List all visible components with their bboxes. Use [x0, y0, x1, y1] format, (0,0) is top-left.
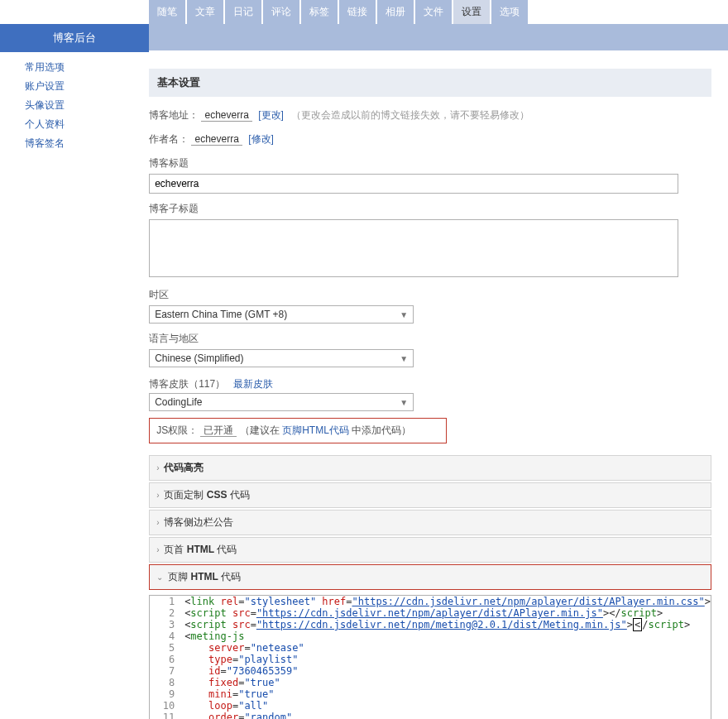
- code-line[interactable]: 9 mini="true": [150, 688, 711, 700]
- sidebar: 常用选项账户设置头像设置个人资料博客签名: [0, 52, 132, 719]
- accordion-item[interactable]: ⌄页脚 HTML 代码: [149, 564, 711, 590]
- code-text: mini="true": [181, 688, 711, 700]
- chevron-right-icon: ›: [156, 491, 159, 500]
- sidebar-link[interactable]: 账户设置: [25, 79, 132, 93]
- author-change-link[interactable]: [修改]: [248, 133, 274, 145]
- code-text: type="playlist": [181, 654, 711, 665]
- blog-subtitle-input[interactable]: [149, 219, 678, 277]
- top-tab[interactable]: 标签: [301, 0, 338, 24]
- code-text: order="random": [181, 712, 711, 719]
- chevron-down-icon: ▼: [400, 398, 408, 407]
- language-label: 语言与地区: [149, 332, 711, 346]
- line-number: 9: [150, 688, 181, 700]
- language-value: Chinese (Simplified): [155, 352, 243, 364]
- js-hint-a: （建议在: [240, 424, 280, 436]
- code-text: id="7360465359": [181, 665, 711, 677]
- chevron-right-icon: ›: [156, 545, 159, 554]
- code-line[interactable]: 1<link rel="stylesheet" href="https://cd…: [150, 596, 711, 607]
- line-number: 11: [150, 712, 181, 719]
- chevron-down-icon: ▼: [400, 310, 408, 319]
- accordion-item[interactable]: ›博客侧边栏公告: [149, 510, 711, 535]
- code-text: <meting-js: [181, 630, 711, 642]
- js-permission-label: JS权限：: [156, 424, 198, 436]
- author-label: 作者名：: [149, 133, 189, 145]
- code-line[interactable]: 6 type="playlist": [150, 654, 711, 665]
- section-title-basic: 基本设置: [149, 69, 711, 97]
- skin-label: 博客皮肤（117）: [149, 378, 225, 390]
- code-text: <script src="https://cdn.jsdelivr.net/np…: [181, 619, 711, 630]
- top-tab[interactable]: 随笔: [149, 0, 185, 24]
- line-number: 10: [150, 700, 181, 712]
- code-line[interactable]: 7 id="7360465359": [150, 665, 711, 677]
- line-number: 6: [150, 654, 181, 665]
- top-nav-bar: 随笔文章日记评论标签链接相册文件设置选项: [0, 0, 728, 24]
- top-tab[interactable]: 日记: [225, 0, 261, 24]
- code-line[interactable]: 3<script src="https://cdn.jsdelivr.net/n…: [150, 619, 711, 630]
- line-number: 8: [150, 677, 181, 688]
- top-tab[interactable]: 文章: [187, 0, 223, 24]
- top-tab[interactable]: 设置: [453, 0, 490, 24]
- tab-strip-bg: [149, 24, 728, 50]
- blog-address-change-link[interactable]: [更改]: [258, 109, 284, 121]
- top-tab[interactable]: 相册: [377, 0, 414, 24]
- sidebar-link[interactable]: 头像设置: [25, 98, 132, 113]
- code-text: server="netease": [181, 642, 711, 654]
- top-tab[interactable]: 链接: [339, 0, 376, 24]
- code-line[interactable]: 2<script src="https://cdn.jsdelivr.net/n…: [150, 607, 711, 619]
- accordion-item[interactable]: ›页首 HTML 代码: [149, 537, 711, 563]
- chevron-right-icon: ›: [156, 518, 159, 527]
- skin-row: 博客皮肤（117） 最新皮肤: [149, 377, 711, 391]
- blog-address-hint: （更改会造成以前的博文链接失效，请不要轻易修改）: [291, 109, 529, 121]
- skin-value: CodingLife: [155, 396, 202, 408]
- top-tab[interactable]: 文件: [415, 0, 452, 24]
- code-line[interactable]: 4<meting-js: [150, 630, 711, 642]
- blog-title-input[interactable]: [149, 174, 678, 194]
- chevron-down-icon: ▼: [400, 354, 408, 363]
- sidebar-link[interactable]: 常用选项: [25, 60, 132, 74]
- timezone-value: Eastern China Time (GMT +8): [155, 309, 287, 320]
- chevron-right-icon: ›: [156, 463, 159, 472]
- code-line[interactable]: 8 fixed="true": [150, 677, 711, 688]
- language-select[interactable]: Chinese (Simplified) ▼: [149, 349, 414, 367]
- line-number: 3: [150, 619, 181, 630]
- footer-html-code-editor[interactable]: 1<link rel="stylesheet" href="https://cd…: [149, 595, 711, 719]
- line-number: 1: [150, 596, 181, 607]
- js-hint-link[interactable]: 页脚HTML代码: [282, 424, 349, 436]
- accordion-item-label: 页脚 HTML 代码: [168, 570, 241, 584]
- author-value: echeverra: [191, 133, 242, 146]
- timezone-label: 时区: [149, 288, 711, 302]
- sidebar-title: 博客后台: [0, 24, 149, 52]
- line-number: 2: [150, 607, 181, 619]
- accordion-item-label: 博客侧边栏公告: [164, 515, 233, 530]
- author-row: 作者名： echeverra [修改]: [149, 132, 711, 146]
- blog-address-label: 博客地址：: [149, 109, 199, 121]
- js-hint-b: 中添加代码）: [352, 424, 411, 436]
- top-tab[interactable]: 评论: [263, 0, 299, 24]
- sidebar-link[interactable]: 博客签名: [25, 137, 132, 151]
- timezone-select[interactable]: Eastern China Time (GMT +8) ▼: [149, 305, 414, 324]
- latest-skin-link[interactable]: 最新皮肤: [233, 378, 273, 390]
- accordion-item[interactable]: ›代码高亮: [149, 455, 711, 481]
- top-tab[interactable]: 选项: [491, 0, 528, 24]
- blog-address-value: echeverra: [201, 109, 251, 122]
- line-number: 4: [150, 630, 181, 642]
- skin-select[interactable]: CodingLife ▼: [149, 393, 414, 411]
- accordion-item-label: 页首 HTML 代码: [164, 543, 237, 557]
- code-text: loop="all": [181, 700, 711, 712]
- blog-subtitle-label: 博客子标题: [149, 202, 711, 216]
- code-text: <script src="https://cdn.jsdelivr.net/np…: [181, 607, 711, 619]
- js-permission-status: 已开通: [200, 424, 237, 437]
- line-number: 5: [150, 642, 181, 654]
- accordion-item-label: 代码高亮: [164, 461, 204, 475]
- code-line[interactable]: 11 order="random": [150, 712, 711, 719]
- sidebar-link[interactable]: 个人资料: [25, 117, 132, 132]
- js-permission-box: JS权限： 已开通 （建议在 页脚HTML代码 中添加代码）: [149, 418, 447, 443]
- code-line[interactable]: 5 server="netease": [150, 642, 711, 654]
- code-text: fixed="true": [181, 677, 711, 688]
- blog-address-row: 博客地址： echeverra [更改] （更改会造成以前的博文链接失效，请不要…: [149, 108, 711, 122]
- accordion-item-label: 页面定制 CSS 代码: [164, 488, 249, 502]
- accordion-item[interactable]: ›页面定制 CSS 代码: [149, 482, 711, 508]
- line-number: 7: [150, 665, 181, 677]
- code-line[interactable]: 10 loop="all": [150, 700, 711, 712]
- chevron-down-icon: ⌄: [156, 573, 163, 582]
